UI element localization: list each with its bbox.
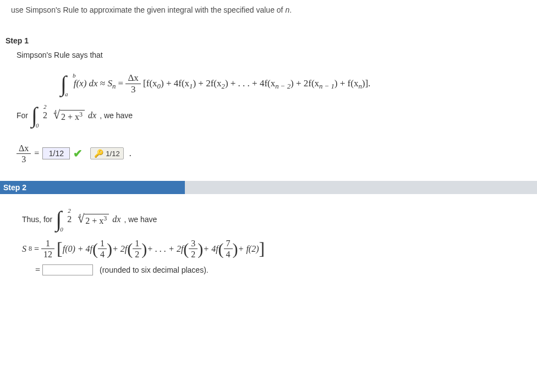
- dx3-eq: =: [34, 148, 39, 158]
- fx-dx: f(x) dx: [74, 78, 98, 89]
- step1-lead: Simpson's Rule says that: [6, 51, 537, 59]
- for-int-lo: 0: [36, 122, 39, 129]
- instruction-text: use Simpson's Rule to approximate the gi…: [6, 5, 537, 31]
- open-bracket: [: [57, 239, 63, 259]
- s8-coef: 1 12: [41, 238, 54, 260]
- for-dx: dx: [88, 111, 96, 120]
- key-answer-value: 1/12: [106, 150, 119, 158]
- dx3-row: Δx 3 = 1/12 ✔ 🔑 1/12 .: [6, 143, 537, 164]
- thus-root: 4 √ 2 + x3: [75, 213, 109, 226]
- step1-label: Step 1: [6, 36, 537, 45]
- thus-integral: ∫ 0 2: [56, 208, 62, 230]
- check-icon: ✔: [73, 147, 83, 160]
- for-integral-row: For ∫ 0 2 2 4 √ 2 + x3 dx, we have: [6, 104, 537, 126]
- for-coef: 2: [43, 111, 47, 120]
- dx3-period: .: [129, 148, 131, 158]
- equals-1: =: [118, 78, 124, 89]
- for-label: For: [17, 111, 28, 120]
- int-lower-a: a: [65, 91, 68, 97]
- integral-symbol: ∫ a b: [61, 73, 67, 95]
- rounded-note: (rounded to six decimal places).: [100, 266, 209, 274]
- simpson-formula: ∫ a b f(x) dx ≈ Sn = Δx 3 [f(x0) + 4f(x1…: [6, 67, 537, 101]
- step2-header-fill: [185, 181, 537, 194]
- dx3-frac: Δx 3: [17, 143, 31, 164]
- for-root: 4 √ 2 + x3: [51, 109, 85, 122]
- instruction-period: .: [289, 5, 292, 14]
- Sn-sub: n: [112, 82, 116, 90]
- close-bracket: ]: [259, 239, 265, 259]
- approx-sym: ≈: [100, 78, 105, 89]
- step2-header: Step 2: [0, 181, 537, 194]
- body-open: [f(x: [143, 78, 157, 89]
- for-tail: , we have: [100, 111, 133, 120]
- instruction-main: use Simpson's Rule to approximate the gi…: [11, 5, 285, 14]
- thus-row: Thus, for ∫ 0 2 2 4 √ 2 + x3 dx, we have: [11, 208, 537, 230]
- dx-den: 3: [125, 84, 140, 95]
- Sn-S: S: [107, 78, 112, 89]
- key-icon: 🔑: [94, 149, 103, 158]
- s8-expansion: S8 = 1 12 [ f(0) + 4f (14) + 2f (12) + .…: [22, 238, 537, 260]
- key-answer-badge[interactable]: 🔑 1/12: [90, 147, 123, 159]
- step2-label: Step 2: [0, 181, 185, 194]
- thus-label: Thus, for: [22, 215, 52, 224]
- dx-over-3: Δx 3: [125, 73, 140, 96]
- int-upper-b: b: [73, 72, 76, 79]
- final-answer-input[interactable]: [42, 264, 93, 275]
- for-int-hi: 2: [43, 103, 47, 110]
- for-integral: ∫ 0 2: [31, 104, 37, 126]
- final-answer-row: = (rounded to six decimal places).: [35, 264, 537, 275]
- dx-num: Δx: [125, 73, 140, 84]
- dx3-answer-input[interactable]: 1/12: [42, 147, 70, 159]
